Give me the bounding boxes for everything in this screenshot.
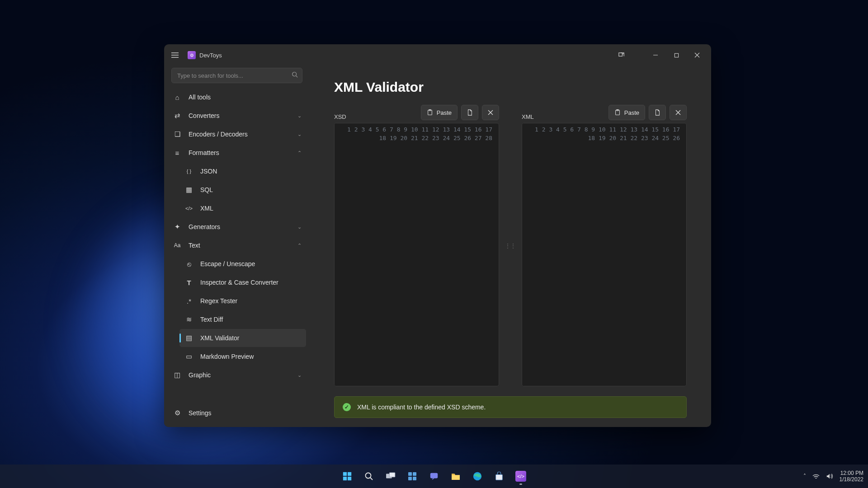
nav-label: SQL	[200, 186, 213, 193]
search-icon	[292, 71, 298, 78]
svg-rect-16	[408, 477, 412, 480]
nav-xml[interactable]: </> XML	[179, 199, 306, 217]
nav-converters[interactable]: ⇄ Converters ⌄	[168, 107, 306, 125]
xml-clear-button[interactable]	[670, 105, 687, 120]
graphic-icon: ◫	[172, 371, 182, 379]
system-tray[interactable]: ˄ 12:00 PM 1/18/2022	[803, 470, 863, 483]
json-icon: { }	[184, 169, 194, 174]
svg-rect-0	[618, 52, 622, 56]
titlebar: ⚙ DevToys	[164, 44, 711, 66]
nav-label: JSON	[200, 168, 217, 175]
search-icon	[364, 472, 373, 481]
xml-paste-button[interactable]: Paste	[609, 105, 645, 120]
paste-icon	[614, 109, 621, 116]
xsd-code[interactable]: <?xml version="1.0" encoding="utf-8"? <x…	[496, 123, 499, 386]
hamburger-button[interactable]	[168, 48, 182, 62]
nav-regex[interactable]: .* Regex Tester	[179, 292, 306, 310]
taskbar-devtoys[interactable]: </>	[511, 467, 530, 486]
windows-icon	[342, 471, 352, 481]
formatters-icon: ≡	[172, 149, 182, 157]
nav-all-tools[interactable]: ⌂ All tools	[168, 88, 306, 106]
nav-text[interactable]: Aa Text ⌃	[168, 236, 306, 254]
pin-button[interactable]	[611, 48, 632, 62]
taskbar-chat[interactable]	[425, 467, 443, 486]
nav-label: All tools	[189, 94, 211, 101]
taskbar-store[interactable]	[490, 467, 509, 486]
page-title: XML Validator	[334, 80, 687, 95]
encoders-icon: ❑	[172, 130, 182, 138]
edge-icon	[472, 471, 482, 481]
tray-time: 12:00 PM	[840, 470, 863, 476]
splitter[interactable]: ⋮⋮	[508, 105, 513, 386]
taskbar-edge[interactable]	[468, 467, 487, 486]
nav-settings[interactable]: ⚙ Settings	[168, 404, 306, 422]
generators-icon: ✦	[172, 223, 182, 231]
chevron-down-icon: ⌄	[297, 113, 302, 119]
regex-icon: .*	[184, 297, 194, 305]
close-button[interactable]	[687, 48, 708, 62]
file-icon	[467, 109, 473, 116]
minimize-button[interactable]	[645, 48, 666, 62]
taskbar-explorer[interactable]	[446, 467, 465, 486]
home-icon: ⌂	[172, 94, 182, 101]
search-field[interactable]	[171, 68, 302, 83]
xsd-panel: XSD Paste	[334, 105, 499, 386]
nav-label: Encoders / Decoders	[189, 131, 248, 138]
paste-icon	[427, 109, 433, 116]
tray-volume-icon[interactable]	[826, 473, 833, 479]
xsd-editor[interactable]: 1 2 3 4 5 6 7 8 9 10 11 12 13 14 15 16 1…	[334, 123, 499, 386]
xml-validator-icon: ▤	[184, 334, 194, 342]
sidebar: ⌂ All tools ⇄ Converters ⌄ ❑ Encoders / …	[164, 66, 310, 427]
nav-list: ⌂ All tools ⇄ Converters ⌄ ❑ Encoders / …	[164, 88, 310, 402]
close-icon	[694, 52, 700, 58]
nav-escape[interactable]: ⎋ Escape / Unescape	[179, 255, 306, 273]
nav-xml-validator[interactable]: ▤ XML Validator	[179, 329, 306, 347]
nav-diff[interactable]: ≋ Text Diff	[179, 310, 306, 328]
xml-label: XML	[522, 113, 534, 120]
xml-code[interactable]: <?xml version="1.0" encoding="utf-8"? <b…	[684, 123, 686, 386]
tray-clock[interactable]: 12:00 PM 1/18/2022	[840, 470, 863, 483]
taskbar[interactable]: </> ˄ 12:00 PM 1/18/2022	[0, 465, 868, 488]
xsd-paste-button[interactable]: Paste	[421, 105, 458, 120]
check-icon: ✓	[343, 403, 351, 411]
nav-markdown[interactable]: ▭ Markdown Preview	[179, 347, 306, 366]
file-icon	[654, 109, 660, 116]
taskbar-widgets[interactable]	[403, 467, 422, 486]
xsd-open-file-button[interactable]	[461, 105, 478, 120]
maximize-button[interactable]	[666, 48, 687, 62]
search-input[interactable]	[171, 68, 302, 83]
svg-point-2	[292, 72, 297, 76]
start-button[interactable]	[338, 467, 357, 486]
nav-label: Regex Tester	[200, 297, 237, 305]
close-icon	[675, 110, 681, 115]
nav-label: Text	[189, 242, 200, 249]
xml-editor[interactable]: 1 2 3 4 5 6 7 8 9 10 11 12 13 14 15 16 1…	[522, 123, 687, 386]
tray-network-icon[interactable]	[812, 473, 820, 479]
taskbar-taskview[interactable]	[381, 467, 400, 486]
app-title: DevToys	[199, 52, 222, 59]
tray-date: 1/18/2022	[840, 476, 863, 483]
svg-rect-7	[343, 472, 347, 476]
store-icon	[495, 472, 504, 481]
nav-graphic[interactable]: ◫ Graphic ⌄	[168, 366, 306, 384]
nav-label: Graphic	[189, 371, 211, 379]
svg-rect-10	[348, 477, 351, 480]
hamburger-icon	[171, 52, 179, 58]
taskview-icon	[386, 472, 396, 480]
svg-rect-8	[348, 472, 351, 476]
nav-encoders[interactable]: ❑ Encoders / Decoders ⌄	[168, 125, 306, 143]
nav-generators[interactable]: ✦ Generators ⌄	[168, 218, 306, 236]
nav-label: XML Validator	[200, 334, 239, 342]
xsd-clear-button[interactable]	[482, 105, 499, 120]
nav-sql[interactable]: ▦ SQL	[179, 181, 306, 199]
nav-label: Text Diff	[200, 316, 223, 323]
tray-chevron-icon[interactable]: ˄	[803, 473, 806, 479]
chevron-down-icon: ⌄	[297, 224, 302, 230]
xml-open-file-button[interactable]	[649, 105, 666, 120]
nav-inspector[interactable]: T Inspector & Case Converter	[179, 273, 306, 291]
taskbar-search[interactable]	[359, 467, 378, 486]
nav-formatters[interactable]: ≡ Formatters ⌃	[168, 144, 306, 162]
nav-json[interactable]: { } JSON	[179, 162, 306, 180]
widgets-icon	[408, 472, 417, 481]
chevron-up-icon: ⌃	[297, 243, 302, 249]
